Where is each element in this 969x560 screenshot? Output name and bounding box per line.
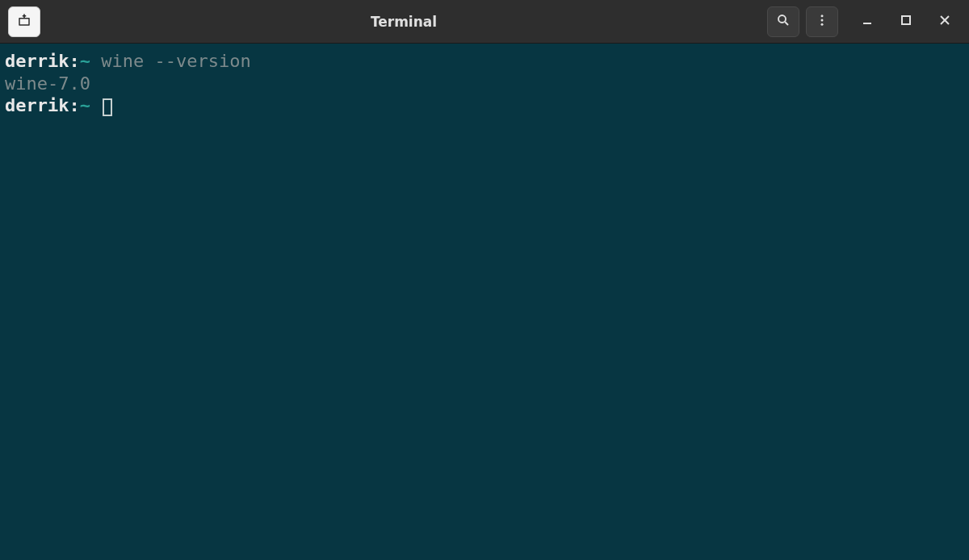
new-tab-button[interactable] bbox=[8, 6, 40, 37]
command-text: wine --version bbox=[90, 51, 251, 71]
close-button[interactable] bbox=[937, 14, 953, 30]
svg-point-8 bbox=[821, 23, 824, 25]
new-tab-icon bbox=[17, 13, 31, 31]
svg-rect-1 bbox=[20, 19, 29, 24]
command-text bbox=[90, 95, 101, 115]
kebab-menu-icon bbox=[815, 13, 829, 31]
terminal-body[interactable]: derrik:~ wine --version wine-7.0 derrik:… bbox=[0, 44, 969, 560]
minimize-icon bbox=[862, 14, 873, 29]
maximize-button[interactable] bbox=[898, 14, 914, 30]
svg-point-6 bbox=[821, 15, 824, 17]
terminal-line: derrik:~ wine --version bbox=[5, 50, 964, 73]
search-icon bbox=[776, 13, 791, 31]
close-icon bbox=[939, 14, 950, 29]
svg-line-5 bbox=[785, 22, 788, 25]
prompt-user: derrik bbox=[5, 95, 69, 115]
terminal-line: wine-7.0 bbox=[5, 73, 964, 95]
svg-point-4 bbox=[778, 15, 786, 23]
search-button[interactable] bbox=[767, 6, 799, 37]
menu-button[interactable] bbox=[806, 6, 838, 37]
titlebar-left bbox=[8, 6, 40, 37]
svg-point-7 bbox=[821, 19, 824, 21]
output-text: wine-7.0 bbox=[5, 73, 90, 94]
terminal-line: derrik:~ bbox=[5, 94, 964, 117]
cursor bbox=[103, 98, 112, 116]
maximize-icon bbox=[900, 14, 912, 29]
prompt-colon: : bbox=[69, 51, 79, 71]
window-titlebar: Terminal bbox=[0, 0, 969, 44]
titlebar-right bbox=[767, 6, 961, 37]
prompt-tilde: ~ bbox=[80, 95, 90, 115]
prompt-colon: : bbox=[69, 95, 79, 115]
prompt-user: derrik bbox=[5, 51, 69, 71]
svg-rect-10 bbox=[902, 16, 910, 24]
window-controls bbox=[859, 14, 953, 30]
window-title: Terminal bbox=[40, 14, 767, 30]
prompt-tilde: ~ bbox=[80, 51, 90, 71]
minimize-button[interactable] bbox=[859, 14, 875, 30]
